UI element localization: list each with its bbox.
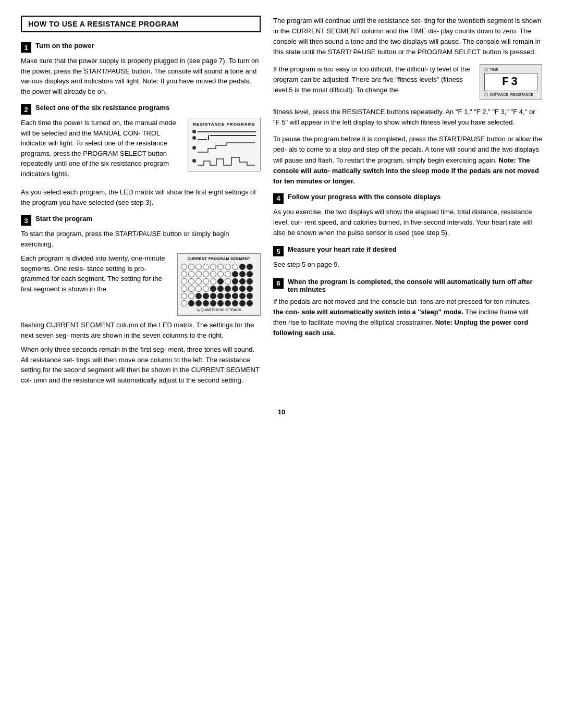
right-para3: To pause the program before it is comple… <box>273 134 542 187</box>
mc-4-8 <box>232 286 238 292</box>
mc-1-5 <box>210 264 216 270</box>
step-5-header: 5 Measure your heart rate if desired <box>273 245 542 256</box>
mc-5-1 <box>181 293 187 299</box>
mc-6-8 <box>232 300 238 306</box>
fd-top: TIME <box>484 68 537 71</box>
step-1-number: 1 <box>21 42 31 53</box>
mc-2-9 <box>239 271 246 277</box>
mc-1-7 <box>225 264 231 270</box>
step-4-header: 4 Follow your progress with the console … <box>273 193 542 204</box>
mc-3-1 <box>181 278 187 285</box>
mc-4-9 <box>239 286 246 292</box>
step-4-para1: As you exercise, the two displays will s… <box>273 207 542 238</box>
step-3-para2-suf: flashing CURRENT SEGMENT column of the L… <box>21 320 261 340</box>
mc-1-10 <box>247 264 253 270</box>
mc-2-8 <box>232 271 238 277</box>
step-4-block: 4 Follow your progress with the console … <box>273 193 542 238</box>
mc-5-7 <box>225 293 231 299</box>
step-5-number: 5 <box>273 246 284 256</box>
step-4-content: As you exercise, the two displays will s… <box>273 207 542 238</box>
mc-4-7 <box>225 286 231 292</box>
mc-1-3 <box>195 264 202 270</box>
quarter-mile-label: ¼ QUARTER MILE TRACK <box>181 307 257 313</box>
step-3-para3: When only three seconds remain in the fi… <box>21 344 261 385</box>
step-2-para1: Each time the power is turned on, the ma… <box>21 118 182 179</box>
step-2-inline: Each time the power is turned on, the ma… <box>21 118 261 183</box>
mc-3-6 <box>217 278 224 285</box>
mc-3-5 <box>210 278 216 285</box>
resistance-programs-image: RESISTANCE PROGRAMS <box>188 118 261 171</box>
mc-5-2 <box>188 293 194 299</box>
mc-3-2 <box>188 278 194 285</box>
step-3-number: 3 <box>21 215 31 226</box>
step-2-title: Select one of the six resistance program… <box>35 104 169 112</box>
current-segment-label: CURRENT PROGRAM SEGMENT <box>181 256 257 262</box>
matrix-grid <box>181 264 257 306</box>
step-6-para1: If the pedals are not moved and the cons… <box>273 297 542 339</box>
mc-3-9 <box>239 278 246 285</box>
rp-dot-1 <box>192 130 196 133</box>
right-para2-suf: fitness level, press the RESISTANCE butt… <box>273 107 542 128</box>
fd-resistance-label: RESISTANCE <box>510 93 533 96</box>
mc-3-3 <box>195 278 202 285</box>
mc-6-4 <box>203 300 209 306</box>
mc-2-3 <box>195 271 202 277</box>
step-3-inline: Each program is divided into twenty, one… <box>21 253 261 316</box>
fitness-display-image: TIME F 3 DISTANCE RESISTANCE <box>480 64 542 100</box>
matrix-row-5 <box>181 293 257 299</box>
mc-5-5 <box>210 293 216 299</box>
mc-4-1 <box>181 286 187 292</box>
step-6-header: 6 When the program is completed, the con… <box>273 278 542 293</box>
mc-6-2 <box>188 300 194 306</box>
mc-5-8 <box>232 293 238 299</box>
mc-2-2 <box>188 271 194 277</box>
two-col-layout: HOW TO USE A RESISTANCE PROGRAM 1 Turn o… <box>21 16 542 392</box>
right-para1: The program will continue until the resi… <box>273 16 542 58</box>
mc-6-3 <box>195 300 202 306</box>
mc-2-6 <box>217 271 224 277</box>
mc-6-1 <box>181 300 187 306</box>
mc-6-10 <box>247 300 253 306</box>
mc-3-7 <box>225 278 231 285</box>
step-6-para1-pre: If the pedals are not moved and the cons… <box>273 298 531 305</box>
mc-4-2 <box>188 286 194 292</box>
fd-f-value: F <box>502 76 511 89</box>
rp-row-4 <box>192 155 256 166</box>
rp-seg-2 <box>198 135 256 140</box>
matrix-row-3 <box>181 278 257 285</box>
mc-1-4 <box>203 264 209 270</box>
step-1-para1: Make sure that the power supply is prope… <box>21 56 261 96</box>
mc-2-1 <box>181 271 187 277</box>
mc-4-4 <box>203 286 209 292</box>
step-2-text: Each time the power is turned on, the ma… <box>21 118 182 183</box>
mc-3-8 <box>232 278 238 285</box>
right-para2-pre: If the program is too easy or too diffic… <box>273 64 472 95</box>
page-number: 10 <box>21 408 542 416</box>
left-column: HOW TO USE A RESISTANCE PROGRAM 1 Turn o… <box>21 16 261 392</box>
mc-2-10 <box>247 271 253 277</box>
fd-dist-circle <box>484 93 488 96</box>
step-2-number: 2 <box>21 104 31 115</box>
step-1-content: Make sure that the power supply is prope… <box>21 56 261 96</box>
step-3-header: 3 Start the program <box>21 215 261 226</box>
fd-main-display: F 3 <box>484 73 537 91</box>
mc-4-5 <box>210 286 216 292</box>
header-box: HOW TO USE A RESISTANCE PROGRAM <box>21 16 261 32</box>
mc-5-10 <box>247 293 253 299</box>
step-3-text: Each program is divided into twenty, one… <box>21 253 172 298</box>
mc-6-9 <box>239 300 246 306</box>
fd-time-circle <box>484 68 488 71</box>
matrix-row-2 <box>181 271 257 277</box>
fitness-level-text: If the program is too easy or too diffic… <box>273 64 472 102</box>
step-4-title: Follow your progress with the console di… <box>288 193 440 201</box>
matrix-row-1 <box>181 264 257 270</box>
rp-svg-4 <box>198 155 255 166</box>
step-4-number: 4 <box>273 193 284 204</box>
step-2-header: 2 Select one of the six resistance progr… <box>21 104 261 115</box>
step-5-content: See step 5 on page 9. <box>273 260 542 270</box>
fd-time-label: TIME <box>489 68 498 71</box>
mc-5-9 <box>239 293 246 299</box>
rp-dot-3 <box>192 146 196 150</box>
mc-1-1 <box>181 264 187 270</box>
mc-4-6 <box>217 286 224 292</box>
